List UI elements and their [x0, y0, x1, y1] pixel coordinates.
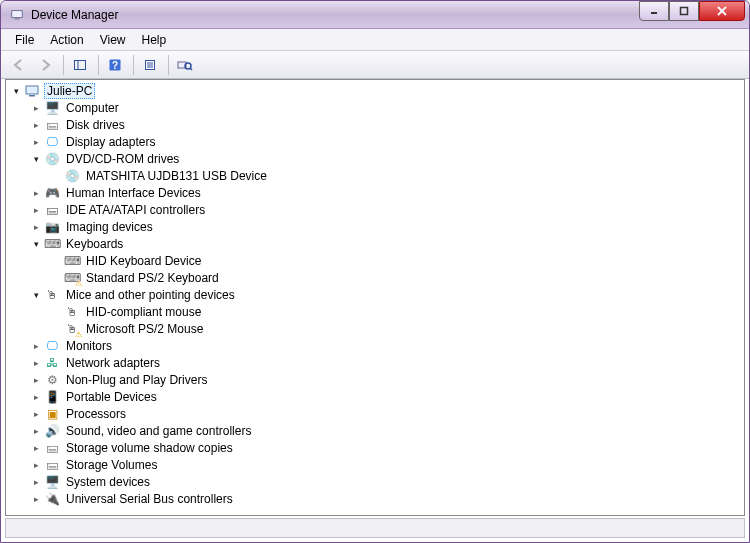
- expand-icon[interactable]: [10, 85, 22, 97]
- tree-item-mice[interactable]: 🖱Mice and other pointing devices: [30, 286, 744, 303]
- tree-item-dvd-device[interactable]: 💿MATSHITA UJDB131 USB Device: [50, 167, 744, 184]
- app-icon: [9, 7, 25, 23]
- expand-icon[interactable]: [30, 153, 42, 165]
- tree-item-sound[interactable]: 🔊Sound, video and game controllers: [30, 422, 744, 439]
- expand-icon[interactable]: [30, 408, 42, 420]
- tree-item-portable[interactable]: 📱Portable Devices: [30, 388, 744, 405]
- expand-icon[interactable]: [30, 459, 42, 471]
- svg-rect-6: [75, 60, 86, 69]
- tree-label: Disk drives: [64, 118, 127, 132]
- tree-label: Portable Devices: [64, 390, 159, 404]
- expand-icon[interactable]: [30, 493, 42, 505]
- menubar: File Action View Help: [1, 29, 749, 51]
- cd-device-icon: 💿: [64, 168, 80, 184]
- tree-item-shadow[interactable]: 🖴Storage volume shadow copies: [30, 439, 744, 456]
- portable-icon: 📱: [44, 389, 60, 405]
- expand-icon[interactable]: [30, 425, 42, 437]
- toolbar-separator: [98, 55, 99, 75]
- forward-button[interactable]: [33, 54, 57, 76]
- tree-label: Julie-PC: [44, 83, 95, 99]
- tree-label: Computer: [64, 101, 121, 115]
- expand-icon[interactable]: [30, 102, 42, 114]
- cd-icon: 💿: [44, 151, 60, 167]
- imaging-icon: 📷: [44, 219, 60, 235]
- expand-icon[interactable]: [30, 204, 42, 216]
- tree-item-storage[interactable]: 🖴Storage Volumes: [30, 456, 744, 473]
- tree-item-processors[interactable]: ▣Processors: [30, 405, 744, 422]
- properties-button[interactable]: [138, 54, 162, 76]
- display-icon: 🖵: [44, 134, 60, 150]
- expand-icon[interactable]: [30, 136, 42, 148]
- tree-item-monitors[interactable]: 🖵Monitors: [30, 337, 744, 354]
- tree-item-display-adapters[interactable]: 🖵Display adapters: [30, 133, 744, 150]
- tree-label: Universal Serial Bus controllers: [64, 492, 235, 506]
- tree-item-computer[interactable]: 🖥️Computer: [30, 99, 744, 116]
- menu-view[interactable]: View: [92, 31, 134, 49]
- menu-action[interactable]: Action: [42, 31, 91, 49]
- minimize-button[interactable]: [639, 1, 669, 21]
- svg-rect-3: [681, 8, 688, 15]
- expand-icon[interactable]: [30, 340, 42, 352]
- svg-rect-1: [14, 18, 19, 19]
- tree-item-hid[interactable]: 🎮Human Interface Devices: [30, 184, 744, 201]
- tree-item-network[interactable]: 🖧Network adapters: [30, 354, 744, 371]
- expand-icon[interactable]: [30, 391, 42, 403]
- tree-label: Network adapters: [64, 356, 162, 370]
- window-title: Device Manager: [31, 8, 118, 22]
- shadow-icon: 🖴: [44, 440, 60, 456]
- expand-icon[interactable]: [30, 119, 42, 131]
- back-button[interactable]: [7, 54, 31, 76]
- expand-icon[interactable]: [30, 476, 42, 488]
- tree-label: Storage Volumes: [64, 458, 159, 472]
- hid-icon: 🎮: [44, 185, 60, 201]
- maximize-button[interactable]: [669, 1, 699, 21]
- expand-icon[interactable]: [30, 187, 42, 199]
- storage-icon: 🖴: [44, 457, 60, 473]
- tree-label: System devices: [64, 475, 152, 489]
- scan-hardware-button[interactable]: [173, 54, 197, 76]
- cpu-icon: ▣: [44, 406, 60, 422]
- tree-label: Mice and other pointing devices: [64, 288, 237, 302]
- expand-icon[interactable]: [30, 238, 42, 250]
- tree-label: DVD/CD-ROM drives: [64, 152, 181, 166]
- show-hide-console-tree-button[interactable]: [68, 54, 92, 76]
- expand-icon[interactable]: [30, 289, 42, 301]
- tree-root-computer[interactable]: Julie-PC: [10, 82, 744, 99]
- titlebar[interactable]: Device Manager: [1, 1, 749, 29]
- driver-icon: ⚙: [44, 372, 60, 388]
- tree-item-keyboards[interactable]: ⌨Keyboards: [30, 235, 744, 252]
- computer-category-icon: 🖥️: [44, 100, 60, 116]
- menu-file[interactable]: File: [7, 31, 42, 49]
- tree-item-imaging[interactable]: 📷Imaging devices: [30, 218, 744, 235]
- tree-item-mouse-ps2[interactable]: 🖱Microsoft PS/2 Mouse: [50, 320, 744, 337]
- tree-label: Imaging devices: [64, 220, 155, 234]
- menu-help[interactable]: Help: [134, 31, 175, 49]
- tree-label: Non-Plug and Play Drivers: [64, 373, 209, 387]
- tree-item-kbd-ps2[interactable]: ⌨Standard PS/2 Keyboard: [50, 269, 744, 286]
- expand-icon[interactable]: [30, 357, 42, 369]
- tree-label: Standard PS/2 Keyboard: [84, 271, 221, 285]
- tree-item-system[interactable]: 🖥️System devices: [30, 473, 744, 490]
- expand-icon[interactable]: [30, 221, 42, 233]
- tree-item-nonpnp[interactable]: ⚙Non-Plug and Play Drivers: [30, 371, 744, 388]
- device-tree-pane[interactable]: Julie-PC 🖥️Computer 🖴Disk drives 🖵Displa…: [5, 79, 745, 516]
- mouse-device-warning-icon: 🖱: [64, 321, 80, 337]
- expand-icon[interactable]: [30, 374, 42, 386]
- mouse-icon: 🖱: [44, 287, 60, 303]
- keyboard-device-icon: ⌨: [64, 253, 80, 269]
- tree-item-disk-drives[interactable]: 🖴Disk drives: [30, 116, 744, 133]
- tree-item-mouse-hid[interactable]: 🖱HID-compliant mouse: [50, 303, 744, 320]
- close-button[interactable]: [699, 1, 745, 21]
- tree-label: MATSHITA UJDB131 USB Device: [84, 169, 269, 183]
- tree-label: Human Interface Devices: [64, 186, 203, 200]
- tree-item-usb[interactable]: 🔌Universal Serial Bus controllers: [30, 490, 744, 507]
- tree-item-dvd-drives[interactable]: 💿DVD/CD-ROM drives: [30, 150, 744, 167]
- tree-label: Sound, video and game controllers: [64, 424, 253, 438]
- tree-item-kbd-hid[interactable]: ⌨HID Keyboard Device: [50, 252, 744, 269]
- help-button[interactable]: ?: [103, 54, 127, 76]
- expand-icon[interactable]: [30, 442, 42, 454]
- svg-rect-17: [26, 86, 38, 94]
- keyboard-icon: ⌨: [44, 236, 60, 252]
- usb-icon: 🔌: [44, 491, 60, 507]
- tree-item-ide[interactable]: 🖴IDE ATA/ATAPI controllers: [30, 201, 744, 218]
